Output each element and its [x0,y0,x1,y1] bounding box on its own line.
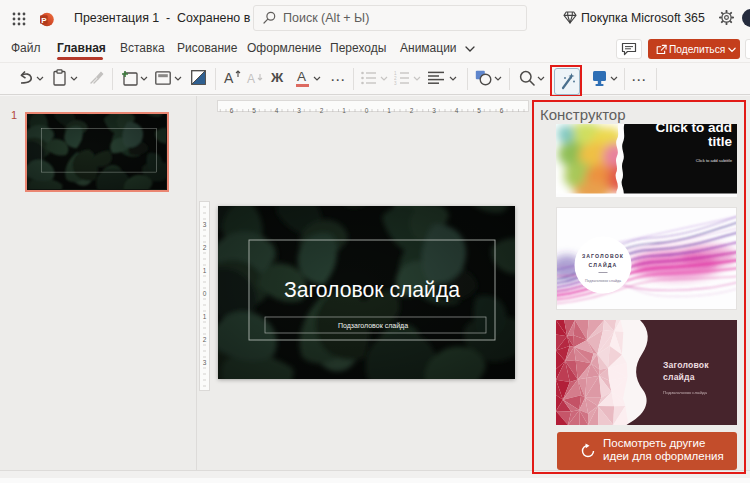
svg-text:4: 4 [455,107,459,114]
svg-text:3: 3 [203,359,207,366]
svg-text:2: 2 [320,107,324,114]
svg-text:1: 1 [203,313,207,320]
svg-text:3: 3 [432,107,436,114]
svg-text:1: 1 [203,267,207,274]
svg-text:6: 6 [500,107,504,114]
svg-text:5: 5 [252,107,256,114]
svg-text:Подзаголовок слайда: Подзаголовок слайда [337,322,407,330]
svg-text:3: 3 [297,107,301,114]
svg-text:2: 2 [203,244,207,251]
svg-text:1: 1 [342,107,346,114]
svg-text:P: P [41,16,47,25]
svg-text:2: 2 [410,107,414,114]
svg-text:5: 5 [477,107,481,114]
svg-text:0: 0 [203,290,207,297]
svg-text:3: 3 [203,221,207,228]
svg-text:6: 6 [230,107,234,114]
svg-text:Заголовок слайда: Заголовок слайда [283,278,459,302]
svg-text:0: 0 [365,107,369,114]
svg-text:2: 2 [203,336,207,343]
svg-text:4: 4 [275,107,279,114]
svg-text:3: 3 [394,81,397,85]
svg-text:1: 1 [387,107,391,114]
